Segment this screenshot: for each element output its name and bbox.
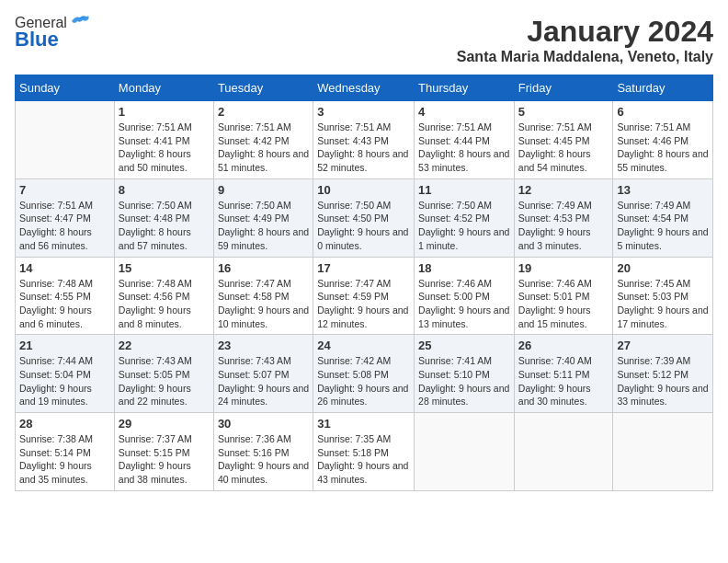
day-number: 17 <box>317 261 410 275</box>
page-header: General Blue January 2024 Santa Maria Ma… <box>15 15 713 65</box>
day-detail: Sunrise: 7:35 AMSunset: 5:18 PMDaylight:… <box>317 432 410 487</box>
calendar-table: Sunday Monday Tuesday Wednesday Thursday… <box>15 75 713 491</box>
day-number: 31 <box>317 417 410 431</box>
header-saturday: Saturday <box>613 75 713 101</box>
day-detail: Sunrise: 7:42 AMSunset: 5:08 PMDaylight:… <box>317 354 410 408</box>
day-detail: Sunrise: 7:51 AMSunset: 4:42 PMDaylight:… <box>218 121 309 175</box>
table-row: 10Sunrise: 7:50 AMSunset: 4:50 PMDayligh… <box>313 178 415 257</box>
day-number: 18 <box>418 261 510 275</box>
day-detail: Sunrise: 7:47 AMSunset: 4:59 PMDaylight:… <box>317 277 410 331</box>
calendar-week-row: 14Sunrise: 7:48 AMSunset: 4:55 PMDayligh… <box>16 257 713 335</box>
day-detail: Sunrise: 7:50 AMSunset: 4:52 PMDaylight:… <box>418 199 510 253</box>
day-detail: Sunrise: 7:36 AMSunset: 5:16 PMDaylight:… <box>218 432 309 487</box>
day-detail: Sunrise: 7:51 AMSunset: 4:44 PMDaylight:… <box>418 121 510 175</box>
table-row <box>514 413 613 491</box>
day-detail: Sunrise: 7:45 AMSunset: 5:03 PMDaylight:… <box>617 277 709 331</box>
table-row: 25Sunrise: 7:41 AMSunset: 5:10 PMDayligh… <box>415 335 515 413</box>
table-row: 8Sunrise: 7:50 AMSunset: 4:48 PMDaylight… <box>114 178 213 257</box>
header-wednesday: Wednesday <box>313 75 415 101</box>
day-detail: Sunrise: 7:43 AMSunset: 5:07 PMDaylight:… <box>218 354 309 408</box>
day-number: 21 <box>19 339 110 352</box>
day-number: 25 <box>418 339 510 352</box>
day-number: 12 <box>518 183 609 197</box>
day-detail: Sunrise: 7:50 AMSunset: 4:48 PMDaylight:… <box>119 199 210 253</box>
day-number: 24 <box>317 339 410 352</box>
table-row: 24Sunrise: 7:42 AMSunset: 5:08 PMDayligh… <box>313 335 415 413</box>
day-detail: Sunrise: 7:44 AMSunset: 5:04 PMDaylight:… <box>19 354 110 408</box>
day-number: 11 <box>418 183 510 197</box>
day-number: 13 <box>617 183 709 197</box>
table-row: 18Sunrise: 7:46 AMSunset: 5:00 PMDayligh… <box>415 257 515 335</box>
day-number: 3 <box>317 105 410 119</box>
day-number: 26 <box>518 339 609 352</box>
day-number: 6 <box>617 105 709 119</box>
day-number: 28 <box>19 417 110 431</box>
logo-blue-text: Blue <box>15 28 59 52</box>
table-row: 22Sunrise: 7:43 AMSunset: 5:05 PMDayligh… <box>114 335 213 413</box>
table-row: 3Sunrise: 7:51 AMSunset: 4:43 PMDaylight… <box>313 101 415 179</box>
day-number: 1 <box>119 105 210 119</box>
day-detail: Sunrise: 7:41 AMSunset: 5:10 PMDaylight:… <box>418 354 510 408</box>
day-number: 8 <box>119 183 210 197</box>
table-row: 14Sunrise: 7:48 AMSunset: 4:55 PMDayligh… <box>16 257 115 335</box>
table-row: 7Sunrise: 7:51 AMSunset: 4:47 PMDaylight… <box>16 178 115 257</box>
table-row: 15Sunrise: 7:48 AMSunset: 4:56 PMDayligh… <box>114 257 213 335</box>
table-row: 11Sunrise: 7:50 AMSunset: 4:52 PMDayligh… <box>415 178 515 257</box>
location-title: Santa Maria Maddalena, Veneto, Italy <box>457 49 713 65</box>
table-row: 4Sunrise: 7:51 AMSunset: 4:44 PMDaylight… <box>415 101 515 179</box>
table-row: 1Sunrise: 7:51 AMSunset: 4:41 PMDaylight… <box>114 101 213 179</box>
table-row: 27Sunrise: 7:39 AMSunset: 5:12 PMDayligh… <box>613 335 713 413</box>
table-row: 29Sunrise: 7:37 AMSunset: 5:15 PMDayligh… <box>114 413 213 491</box>
day-number: 7 <box>19 183 110 197</box>
table-row: 26Sunrise: 7:40 AMSunset: 5:11 PMDayligh… <box>514 335 613 413</box>
header-tuesday: Tuesday <box>213 75 313 101</box>
day-detail: Sunrise: 7:43 AMSunset: 5:05 PMDaylight:… <box>119 354 210 408</box>
day-number: 4 <box>418 105 510 119</box>
table-row <box>613 413 713 491</box>
day-number: 2 <box>218 105 309 119</box>
calendar-week-row: 1Sunrise: 7:51 AMSunset: 4:41 PMDaylight… <box>16 101 713 179</box>
day-detail: Sunrise: 7:39 AMSunset: 5:12 PMDaylight:… <box>617 354 709 408</box>
table-row: 16Sunrise: 7:47 AMSunset: 4:58 PMDayligh… <box>213 257 313 335</box>
day-number: 10 <box>317 183 410 197</box>
day-detail: Sunrise: 7:46 AMSunset: 5:00 PMDaylight:… <box>418 277 510 331</box>
day-number: 14 <box>19 261 110 275</box>
table-row: 19Sunrise: 7:46 AMSunset: 5:01 PMDayligh… <box>514 257 613 335</box>
day-number: 27 <box>617 339 709 352</box>
table-row: 12Sunrise: 7:49 AMSunset: 4:53 PMDayligh… <box>514 178 613 257</box>
header-monday: Monday <box>114 75 213 101</box>
day-detail: Sunrise: 7:46 AMSunset: 5:01 PMDaylight:… <box>518 277 609 331</box>
table-row: 23Sunrise: 7:43 AMSunset: 5:07 PMDayligh… <box>213 335 313 413</box>
day-detail: Sunrise: 7:51 AMSunset: 4:41 PMDaylight:… <box>119 121 210 175</box>
calendar-week-row: 7Sunrise: 7:51 AMSunset: 4:47 PMDaylight… <box>16 178 713 257</box>
day-number: 16 <box>218 261 309 275</box>
day-number: 23 <box>218 339 309 352</box>
day-detail: Sunrise: 7:49 AMSunset: 4:54 PMDaylight:… <box>617 199 709 253</box>
day-detail: Sunrise: 7:50 AMSunset: 4:50 PMDaylight:… <box>317 199 410 253</box>
header-friday: Friday <box>514 75 613 101</box>
day-number: 5 <box>518 105 609 119</box>
table-row: 30Sunrise: 7:36 AMSunset: 5:16 PMDayligh… <box>213 413 313 491</box>
weekday-header-row: Sunday Monday Tuesday Wednesday Thursday… <box>16 75 713 101</box>
table-row <box>16 101 115 179</box>
table-row <box>415 413 515 491</box>
header-sunday: Sunday <box>16 75 115 101</box>
logo: General Blue <box>15 15 90 52</box>
day-number: 15 <box>119 261 210 275</box>
day-number: 30 <box>218 417 309 431</box>
day-detail: Sunrise: 7:51 AMSunset: 4:43 PMDaylight:… <box>317 121 410 175</box>
table-row: 28Sunrise: 7:38 AMSunset: 5:14 PMDayligh… <box>16 413 115 491</box>
table-row: 2Sunrise: 7:51 AMSunset: 4:42 PMDaylight… <box>213 101 313 179</box>
day-number: 19 <box>518 261 609 275</box>
table-row: 31Sunrise: 7:35 AMSunset: 5:18 PMDayligh… <box>313 413 415 491</box>
day-detail: Sunrise: 7:49 AMSunset: 4:53 PMDaylight:… <box>518 199 609 253</box>
day-detail: Sunrise: 7:48 AMSunset: 4:55 PMDaylight:… <box>19 277 110 331</box>
calendar-week-row: 28Sunrise: 7:38 AMSunset: 5:14 PMDayligh… <box>16 413 713 491</box>
day-number: 22 <box>119 339 210 352</box>
day-detail: Sunrise: 7:51 AMSunset: 4:47 PMDaylight:… <box>19 199 110 253</box>
table-row: 21Sunrise: 7:44 AMSunset: 5:04 PMDayligh… <box>16 335 115 413</box>
day-detail: Sunrise: 7:40 AMSunset: 5:11 PMDaylight:… <box>518 354 609 408</box>
table-row: 20Sunrise: 7:45 AMSunset: 5:03 PMDayligh… <box>613 257 713 335</box>
day-detail: Sunrise: 7:51 AMSunset: 4:45 PMDaylight:… <box>518 121 609 175</box>
table-row: 13Sunrise: 7:49 AMSunset: 4:54 PMDayligh… <box>613 178 713 257</box>
